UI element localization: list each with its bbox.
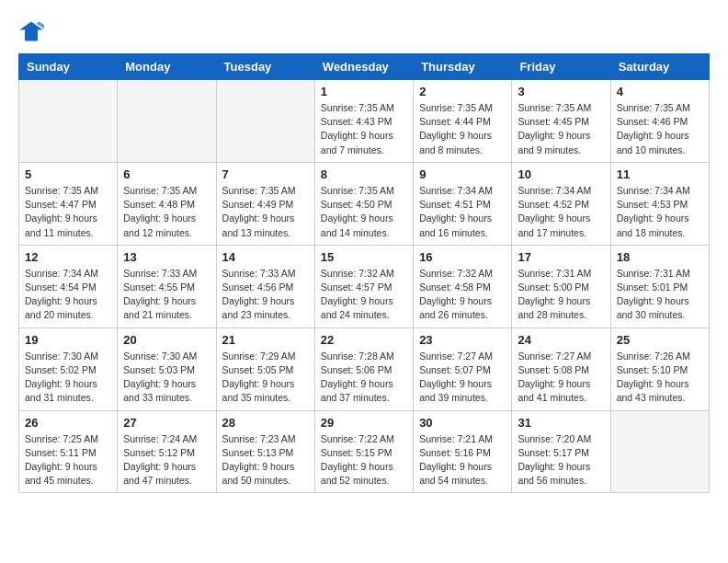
day-info: Sunrise: 7:27 AM Sunset: 5:07 PM Dayligh… (419, 350, 506, 406)
day-cell: 6Sunrise: 7:35 AM Sunset: 4:48 PM Daylig… (118, 162, 216, 245)
day-info: Sunrise: 7:34 AM Sunset: 4:54 PM Dayligh… (25, 267, 111, 323)
day-cell: 24Sunrise: 7:27 AM Sunset: 5:08 PM Dayli… (512, 327, 610, 410)
day-number: 29 (321, 416, 407, 430)
header-sunday: Sunday (19, 54, 118, 80)
day-cell (118, 80, 216, 163)
day-cell: 31Sunrise: 7:20 AM Sunset: 5:17 PM Dayli… (512, 410, 610, 493)
day-number: 31 (518, 416, 604, 430)
day-cell: 17Sunrise: 7:31 AM Sunset: 5:00 PM Dayli… (512, 245, 610, 327)
day-number: 5 (25, 167, 111, 181)
week-row-2: 5Sunrise: 7:35 AM Sunset: 4:47 PM Daylig… (19, 162, 710, 245)
day-cell: 9Sunrise: 7:34 AM Sunset: 4:51 PM Daylig… (414, 162, 512, 245)
header-row: SundayMondayTuesdayWednesdayThursdayFrid… (19, 54, 710, 80)
day-info: Sunrise: 7:31 AM Sunset: 5:01 PM Dayligh… (617, 267, 703, 323)
day-info: Sunrise: 7:33 AM Sunset: 4:55 PM Dayligh… (123, 267, 210, 323)
header-tuesday: Tuesday (216, 54, 314, 80)
day-cell: 8Sunrise: 7:35 AM Sunset: 4:50 PM Daylig… (314, 162, 413, 245)
day-info: Sunrise: 7:20 AM Sunset: 5:17 PM Dayligh… (518, 432, 604, 488)
day-cell: 5Sunrise: 7:35 AM Sunset: 4:47 PM Daylig… (19, 162, 118, 245)
day-cell: 18Sunrise: 7:31 AM Sunset: 5:01 PM Dayli… (610, 245, 709, 327)
day-cell: 30Sunrise: 7:21 AM Sunset: 5:16 PM Dayli… (414, 410, 512, 493)
day-info: Sunrise: 7:27 AM Sunset: 5:08 PM Dayligh… (518, 350, 604, 406)
day-info: Sunrise: 7:24 AM Sunset: 5:12 PM Dayligh… (123, 432, 210, 488)
day-cell: 13Sunrise: 7:33 AM Sunset: 4:55 PM Dayli… (118, 245, 216, 327)
day-number: 13 (123, 250, 210, 264)
day-cell: 25Sunrise: 7:26 AM Sunset: 5:10 PM Dayli… (610, 327, 709, 410)
day-info: Sunrise: 7:30 AM Sunset: 5:03 PM Dayligh… (123, 350, 210, 406)
header-friday: Friday (512, 54, 610, 80)
header-saturday: Saturday (610, 54, 709, 80)
day-number: 12 (25, 250, 111, 264)
day-info: Sunrise: 7:35 AM Sunset: 4:48 PM Dayligh… (123, 184, 210, 240)
day-number: 9 (419, 167, 506, 181)
day-cell: 15Sunrise: 7:32 AM Sunset: 4:57 PM Dayli… (314, 245, 413, 327)
header-thursday: Thursday (414, 54, 512, 80)
day-number: 3 (518, 85, 604, 98)
day-info: Sunrise: 7:35 AM Sunset: 4:46 PM Dayligh… (617, 101, 703, 157)
day-cell: 3Sunrise: 7:35 AM Sunset: 4:45 PM Daylig… (512, 80, 610, 163)
day-info: Sunrise: 7:34 AM Sunset: 4:52 PM Dayligh… (518, 184, 604, 240)
day-info: Sunrise: 7:30 AM Sunset: 5:02 PM Dayligh… (25, 350, 111, 406)
day-cell: 29Sunrise: 7:22 AM Sunset: 5:15 PM Dayli… (314, 410, 413, 493)
day-cell: 27Sunrise: 7:24 AM Sunset: 5:12 PM Dayli… (118, 410, 216, 493)
day-number: 18 (617, 250, 703, 264)
day-info: Sunrise: 7:35 AM Sunset: 4:47 PM Dayligh… (25, 184, 111, 240)
header-monday: Monday (118, 54, 216, 80)
day-cell: 16Sunrise: 7:32 AM Sunset: 4:58 PM Dayli… (414, 245, 512, 327)
day-info: Sunrise: 7:33 AM Sunset: 4:56 PM Dayligh… (222, 267, 309, 323)
day-number: 7 (222, 167, 309, 181)
day-cell: 26Sunrise: 7:25 AM Sunset: 5:11 PM Dayli… (19, 410, 118, 493)
day-info: Sunrise: 7:35 AM Sunset: 4:44 PM Dayligh… (419, 101, 506, 157)
week-row-5: 26Sunrise: 7:25 AM Sunset: 5:11 PM Dayli… (19, 410, 710, 493)
day-info: Sunrise: 7:26 AM Sunset: 5:10 PM Dayligh… (617, 350, 703, 406)
day-cell: 19Sunrise: 7:30 AM Sunset: 5:02 PM Dayli… (19, 327, 118, 410)
day-number: 2 (419, 85, 506, 98)
day-number: 10 (518, 167, 604, 181)
week-row-3: 12Sunrise: 7:34 AM Sunset: 4:54 PM Dayli… (19, 245, 710, 327)
day-cell: 10Sunrise: 7:34 AM Sunset: 4:52 PM Dayli… (512, 162, 610, 245)
day-cell: 22Sunrise: 7:28 AM Sunset: 5:06 PM Dayli… (314, 327, 413, 410)
day-info: Sunrise: 7:29 AM Sunset: 5:05 PM Dayligh… (222, 350, 309, 406)
day-number: 23 (419, 333, 506, 347)
day-number: 26 (25, 416, 111, 430)
day-number: 15 (321, 250, 407, 264)
page-header (18, 18, 710, 44)
day-number: 19 (25, 333, 111, 347)
day-number: 21 (222, 333, 309, 347)
day-number: 11 (617, 167, 703, 181)
day-info: Sunrise: 7:28 AM Sunset: 5:06 PM Dayligh… (321, 350, 407, 406)
day-number: 22 (321, 333, 407, 347)
day-number: 6 (123, 167, 210, 181)
day-info: Sunrise: 7:35 AM Sunset: 4:45 PM Dayligh… (518, 101, 604, 157)
day-info: Sunrise: 7:22 AM Sunset: 5:15 PM Dayligh… (321, 432, 407, 488)
day-info: Sunrise: 7:21 AM Sunset: 5:16 PM Dayligh… (419, 432, 506, 488)
calendar-table: SundayMondayTuesdayWednesdayThursdayFrid… (18, 53, 710, 493)
day-cell: 7Sunrise: 7:35 AM Sunset: 4:49 PM Daylig… (216, 162, 314, 245)
day-info: Sunrise: 7:25 AM Sunset: 5:11 PM Dayligh… (25, 432, 111, 488)
day-number: 4 (617, 85, 703, 98)
day-cell: 11Sunrise: 7:34 AM Sunset: 4:53 PM Dayli… (610, 162, 709, 245)
day-info: Sunrise: 7:35 AM Sunset: 4:50 PM Dayligh… (321, 184, 407, 240)
day-cell: 2Sunrise: 7:35 AM Sunset: 4:44 PM Daylig… (414, 80, 512, 163)
day-number: 17 (518, 250, 604, 264)
day-info: Sunrise: 7:32 AM Sunset: 4:58 PM Dayligh… (419, 267, 506, 323)
week-row-1: 1Sunrise: 7:35 AM Sunset: 4:43 PM Daylig… (19, 80, 710, 163)
day-cell: 12Sunrise: 7:34 AM Sunset: 4:54 PM Dayli… (19, 245, 118, 327)
day-info: Sunrise: 7:35 AM Sunset: 4:43 PM Dayligh… (321, 101, 407, 157)
day-cell: 14Sunrise: 7:33 AM Sunset: 4:56 PM Dayli… (216, 245, 314, 327)
week-row-4: 19Sunrise: 7:30 AM Sunset: 5:02 PM Dayli… (19, 327, 710, 410)
day-cell: 21Sunrise: 7:29 AM Sunset: 5:05 PM Dayli… (216, 327, 314, 410)
day-cell: 23Sunrise: 7:27 AM Sunset: 5:07 PM Dayli… (414, 327, 512, 410)
day-info: Sunrise: 7:35 AM Sunset: 4:49 PM Dayligh… (222, 184, 309, 240)
day-number: 8 (321, 167, 407, 181)
day-info: Sunrise: 7:34 AM Sunset: 4:51 PM Dayligh… (419, 184, 506, 240)
day-cell (610, 410, 709, 493)
day-cell (19, 80, 118, 163)
header-wednesday: Wednesday (314, 54, 413, 80)
day-number: 24 (518, 333, 604, 347)
day-cell: 20Sunrise: 7:30 AM Sunset: 5:03 PM Dayli… (118, 327, 216, 410)
logo-icon (18, 18, 44, 44)
day-number: 20 (123, 333, 210, 347)
day-number: 16 (419, 250, 506, 264)
day-cell (216, 80, 314, 163)
